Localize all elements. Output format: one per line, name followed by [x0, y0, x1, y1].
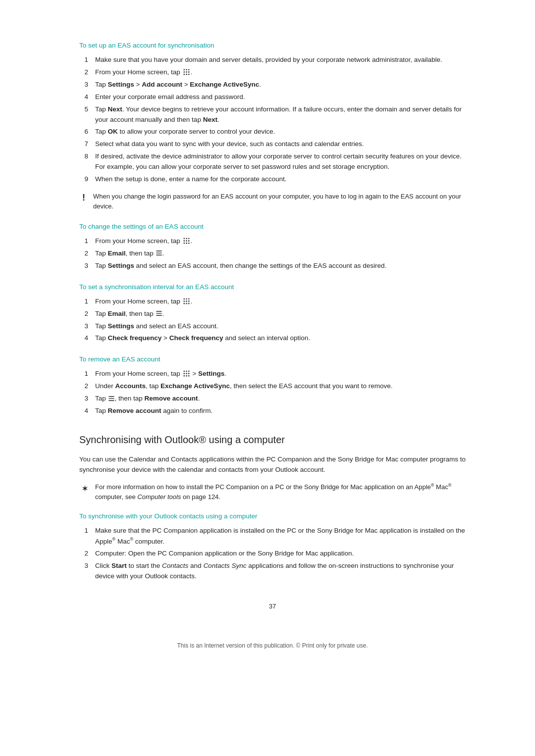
- interval-step-3: Tap Settings and select an EAS account.: [79, 321, 466, 332]
- steps-remove-eas: From your Home screen, tap > Settings. U…: [79, 369, 466, 416]
- apps-icon-3: [183, 298, 190, 305]
- remove-step-1: From your Home screen, tap > Settings.: [79, 369, 466, 379]
- footer: This is an Internet version of this publ…: [79, 641, 466, 651]
- change-step-3: Tap Settings and select an EAS account, …: [79, 261, 466, 271]
- menu-icon-1: [156, 251, 162, 255]
- heading-setup-eas: To set up an EAS account for synchronisa…: [79, 41, 466, 51]
- steps-setup-eas: Make sure that you have your domain and …: [79, 55, 466, 185]
- step-3: Tap Settings > Add account > Exchange Ac…: [79, 80, 466, 90]
- step-6: Tap OK to allow your corporate server to…: [79, 127, 466, 137]
- section-outlook-sync: Synchronising with Outlook® using a comp…: [79, 432, 466, 582]
- step-7: Select what data you want to sync with y…: [79, 139, 466, 150]
- step-8: If desired, activate the device administ…: [79, 151, 466, 172]
- heading-sync-interval: To set a synchronisation interval for an…: [79, 282, 466, 293]
- interval-step-4: Tap Check frequency > Check frequency an…: [79, 333, 466, 344]
- outlook-sync-title: Synchronising with Outlook® using a comp…: [79, 432, 466, 448]
- section-sync-interval: To set a synchronisation interval for an…: [79, 282, 466, 344]
- tip-icon: ✶: [79, 482, 90, 496]
- menu-icon-2: [156, 311, 162, 316]
- note-icon: !: [79, 191, 88, 205]
- steps-outlook-contacts: Make sure that the PC Companion applicat…: [79, 526, 466, 582]
- apps-icon-4: [183, 370, 190, 377]
- outlook-step-1: Make sure that the PC Companion applicat…: [79, 526, 466, 547]
- outlook-sync-intro: You can use the Calendar and Contacts ap…: [79, 454, 466, 475]
- heading-remove-eas: To remove an EAS account: [79, 354, 466, 365]
- apps-icon-2: [183, 237, 190, 245]
- heading-change-eas: To change the settings of an EAS account: [79, 222, 466, 232]
- tip-block-outlook: ✶ For more information on how to install…: [79, 482, 466, 502]
- interval-step-2: Tap Email, then tap .: [79, 309, 466, 319]
- outlook-step-3: Click Start to start the Contacts and Co…: [79, 561, 466, 582]
- step-5: Tap Next. Your device begins to retrieve…: [79, 104, 466, 125]
- step-4: Enter your corporate email address and p…: [79, 92, 466, 102]
- menu-icon-3: [108, 396, 114, 401]
- change-step-2: Tap Email, then tap .: [79, 249, 466, 259]
- section-change-eas: To change the settings of an EAS account…: [79, 222, 466, 271]
- section-remove-eas: To remove an EAS account From your Home …: [79, 354, 466, 416]
- tip-text: For more information on how to install t…: [95, 482, 466, 502]
- page-number: 37: [79, 602, 466, 611]
- note-text: When you change the login password for a…: [93, 192, 466, 211]
- step-1: Make sure that you have your domain and …: [79, 55, 466, 65]
- step-2: From your Home screen, tap .: [79, 67, 466, 78]
- note-eas-password: ! When you change the login password for…: [79, 192, 466, 211]
- steps-change-eas: From your Home screen, tap . Tap Email, …: [79, 236, 466, 271]
- remove-step-2: Under Accounts, tap Exchange ActiveSync,…: [79, 381, 466, 392]
- change-step-1: From your Home screen, tap .: [79, 236, 466, 247]
- step-9: When the setup is done, enter a name for…: [79, 174, 466, 185]
- remove-step-4: Tap Remove account again to confirm.: [79, 406, 466, 416]
- steps-sync-interval: From your Home screen, tap . Tap Email, …: [79, 297, 466, 344]
- outlook-step-2: Computer: Open the PC Companion applicat…: [79, 549, 466, 559]
- heading-outlook-contacts: To synchronise with your Outlook contact…: [79, 511, 466, 522]
- remove-step-3: Tap , then tap Remove account.: [79, 394, 466, 404]
- section-setup-eas: To set up an EAS account for synchronisa…: [79, 41, 466, 211]
- apps-icon: [183, 68, 190, 76]
- interval-step-1: From your Home screen, tap .: [79, 297, 466, 307]
